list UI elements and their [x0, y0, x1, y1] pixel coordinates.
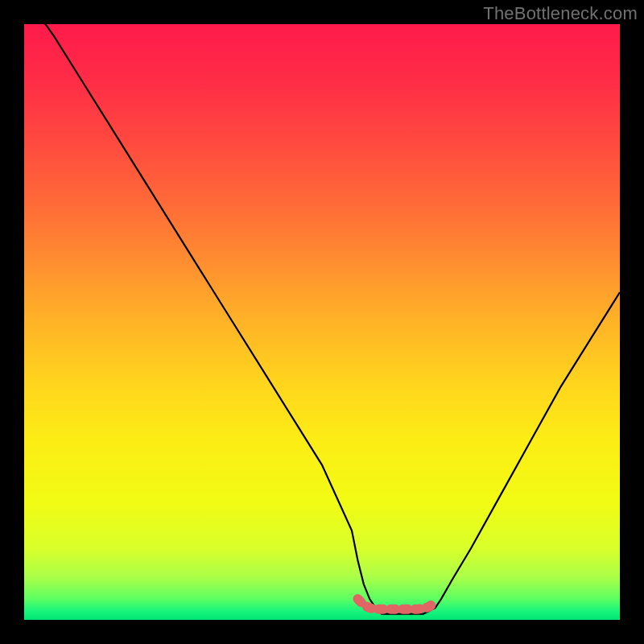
bottleneck-curve [24, 24, 620, 620]
curve-line [24, 24, 620, 614]
watermark-text: TheBottleneck.com [483, 3, 638, 24]
chart-frame: TheBottleneck.com [0, 0, 644, 644]
plot-area [24, 24, 620, 620]
sweet-spot-marker [357, 599, 435, 609]
